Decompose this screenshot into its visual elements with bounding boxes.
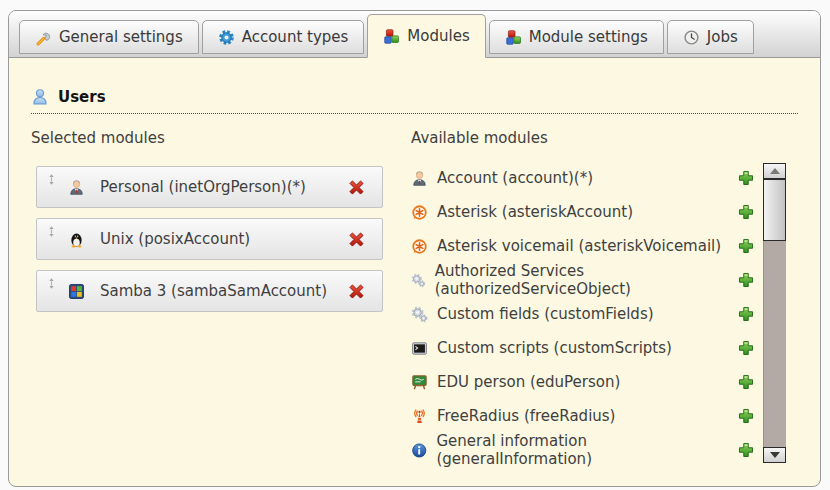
- scrollbar-down-button[interactable]: [763, 447, 786, 463]
- available-module-row: EDU person (eduPerson): [411, 365, 759, 399]
- add-plus-icon: [737, 407, 755, 425]
- module-name: FreeRadius (freeRadius): [437, 407, 615, 425]
- module-name: General information (generalInformation): [436, 432, 737, 468]
- add-module-button[interactable]: [737, 169, 755, 187]
- module-name: Personal (inetOrgPerson)(*): [100, 178, 306, 196]
- add-module-button[interactable]: [737, 237, 755, 255]
- available-module-row: Authorized Services (authorizedServiceOb…: [411, 263, 759, 297]
- delete-x-icon: [346, 229, 367, 250]
- scroll-down-icon: [770, 452, 780, 458]
- available-module-row: Asterisk voicemail (asteriskVoicemail): [411, 229, 759, 263]
- available-modules-label: Available modules: [411, 129, 759, 147]
- selected-module-row[interactable]: Samba 3 (sambaSamAccount): [36, 270, 383, 312]
- tab-modules[interactable]: Modules: [367, 14, 485, 58]
- available-modules-scrollbar[interactable]: [763, 163, 786, 463]
- available-module-row: Custom scripts (customScripts): [411, 331, 759, 365]
- selected-module-row[interactable]: Personal (inetOrgPerson)(*): [36, 166, 383, 208]
- users-section-header: Users: [31, 88, 798, 114]
- scrollbar-track[interactable]: [763, 179, 786, 447]
- configuration-panel: Users Selected modules Personal (inetOrg…: [8, 10, 821, 487]
- radio-icon: [411, 408, 428, 425]
- user-blue-icon: [31, 88, 49, 106]
- clock-icon: [683, 29, 700, 46]
- module-name: Asterisk voicemail (asteriskVoicemail): [437, 237, 721, 255]
- asterisk-icon: [411, 238, 428, 255]
- tux-icon: [68, 231, 85, 248]
- available-module-row: Account (account)(*): [411, 161, 759, 195]
- tab-general-settings[interactable]: General settings: [19, 20, 199, 54]
- businessman-icon: [68, 179, 85, 196]
- windows-icon: [68, 283, 85, 300]
- gears-icon: [411, 272, 426, 289]
- module-name: Account (account)(*): [437, 169, 593, 187]
- scrollbar-thumb[interactable]: [763, 179, 786, 241]
- module-name: EDU person (eduPerson): [437, 373, 620, 391]
- available-module-row: FreeRadius (freeRadius): [411, 399, 759, 433]
- section-title: Users: [58, 88, 106, 106]
- remove-module-button[interactable]: [346, 229, 367, 250]
- add-module-button[interactable]: [737, 203, 755, 221]
- tab-jobs[interactable]: Jobs: [667, 20, 754, 54]
- add-plus-icon: [737, 373, 755, 391]
- available-module-row: Asterisk (asteriskAccount): [411, 195, 759, 229]
- drag-handle-icon[interactable]: [45, 276, 58, 291]
- tab-module-settings[interactable]: Module settings: [489, 20, 664, 54]
- delete-x-icon: [346, 281, 367, 302]
- add-module-button[interactable]: [737, 373, 755, 391]
- available-modules-list: Account (account)(*) Asterisk (asteriskA…: [411, 161, 759, 467]
- gears-icon: [411, 306, 428, 323]
- scroll-up-icon: [770, 168, 780, 174]
- add-module-button[interactable]: [737, 271, 755, 289]
- terminal-icon: [411, 340, 428, 357]
- remove-module-button[interactable]: [346, 281, 367, 302]
- selected-modules-list: Personal (inetOrgPerson)(*) Unix (posixA…: [36, 166, 383, 312]
- available-modules-column: Available modules Account (account)(*) A…: [411, 129, 759, 467]
- add-plus-icon: [737, 339, 755, 357]
- tab-bar: General settings Account types Modules M…: [9, 11, 820, 58]
- add-plus-icon: [737, 441, 755, 459]
- modules-icon: [383, 28, 400, 45]
- add-module-button[interactable]: [737, 407, 755, 425]
- add-module-button[interactable]: [737, 339, 755, 357]
- remove-module-button[interactable]: [346, 177, 367, 198]
- add-module-button[interactable]: [737, 305, 755, 323]
- info-icon: [411, 442, 427, 459]
- available-module-row: General information (generalInformation): [411, 433, 759, 467]
- add-module-button[interactable]: [737, 441, 755, 459]
- add-plus-icon: [737, 305, 755, 323]
- modules-tab-content: Users Selected modules Personal (inetOrg…: [9, 58, 820, 486]
- module-name: Custom fields (customFields): [437, 305, 654, 323]
- add-plus-icon: [737, 203, 755, 221]
- module-name: Custom scripts (customScripts): [437, 339, 672, 357]
- module-name: Asterisk (asteriskAccount): [437, 203, 633, 221]
- gear-icon: [218, 29, 235, 46]
- selected-module-row[interactable]: Unix (posixAccount): [36, 218, 383, 260]
- module-name: Authorized Services (authorizedServiceOb…: [435, 262, 737, 298]
- drag-handle-icon[interactable]: [45, 172, 58, 187]
- tab-account-types[interactable]: Account types: [202, 20, 365, 54]
- wrench-icon: [35, 29, 52, 46]
- module-name: Unix (posixAccount): [100, 230, 250, 248]
- add-plus-icon: [737, 237, 755, 255]
- delete-x-icon: [346, 177, 367, 198]
- businessman-icon: [411, 170, 428, 187]
- module-name: Samba 3 (sambaSamAccount): [100, 282, 327, 300]
- chalkboard-icon: [411, 374, 428, 391]
- add-plus-icon: [737, 271, 755, 289]
- drag-handle-icon[interactable]: [45, 224, 58, 239]
- available-module-row: Custom fields (customFields): [411, 297, 759, 331]
- scrollbar-up-button[interactable]: [763, 163, 786, 179]
- modules-icon: [505, 29, 522, 46]
- add-plus-icon: [737, 169, 755, 187]
- asterisk-icon: [411, 204, 428, 221]
